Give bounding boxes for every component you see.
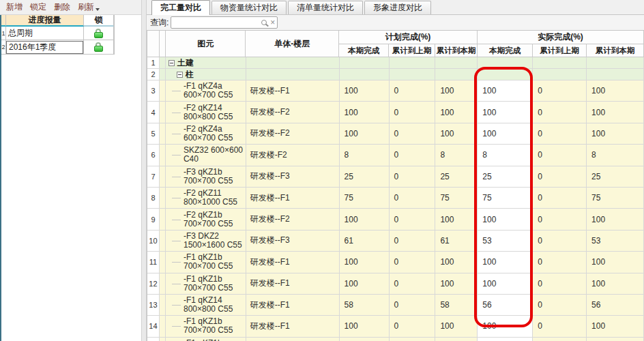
tab-material-quantity[interactable]: 物资量统计对比 bbox=[211, 1, 287, 14]
period-name-edit-field[interactable]: 2016年1季度 bbox=[6, 41, 83, 54]
refresh-button[interactable]: 刷新 bbox=[75, 1, 102, 13]
cell-actual-current[interactable]: 25 bbox=[478, 166, 533, 188]
cell-actual-total: 100 bbox=[587, 209, 644, 230]
table-row[interactable]: 6SKZ32 600×600 C40研发楼-F2808808 bbox=[147, 145, 644, 166]
tree-line bbox=[172, 155, 181, 155]
cell-plan-current bbox=[340, 57, 390, 69]
row-indent-cell bbox=[160, 69, 166, 80]
cell-building: 研发楼--F1 bbox=[246, 338, 340, 341]
cell-actual-prev: 0 bbox=[533, 188, 587, 209]
cell-actual-current[interactable] bbox=[478, 69, 533, 80]
cell-plan-total bbox=[435, 69, 478, 80]
cell-element: -F2 qKZ11 800×1000 C55 bbox=[166, 188, 246, 209]
cell-actual-current[interactable]: 100 bbox=[478, 80, 533, 102]
table-row[interactable]: 14-F1 qKZ1b 700×700 C55研发楼--F11000100100… bbox=[147, 316, 644, 337]
cell-plan-current: 100 bbox=[340, 316, 390, 337]
group-label: 柱 bbox=[186, 69, 194, 80]
unlock-icon[interactable] bbox=[94, 29, 103, 38]
row-indent-cell bbox=[160, 231, 166, 252]
cell-actual-current[interactable]: 53 bbox=[478, 231, 533, 252]
cell-actual-current[interactable]: 100 bbox=[478, 252, 533, 273]
cell-actual-current[interactable]: 8 bbox=[478, 145, 533, 166]
column-header-actual-current[interactable]: 本期完成 bbox=[478, 44, 533, 57]
cell-plan-current bbox=[340, 69, 390, 80]
table-row[interactable]: 8-F2 qKZ11 800×1000 C55研发楼--F17507575075 bbox=[147, 188, 644, 209]
cell-building bbox=[246, 57, 340, 69]
cell-actual-current[interactable]: 100 bbox=[478, 338, 533, 341]
cell-actual-current[interactable]: 100 bbox=[478, 102, 533, 123]
column-header-plan-prev[interactable]: 累计到上期 bbox=[389, 44, 435, 57]
header-row-number bbox=[147, 31, 160, 57]
cell-element: -F2 qKZ14 800×800 C55 bbox=[166, 102, 246, 123]
tree-line bbox=[172, 113, 181, 113]
table-row[interactable]: 7-F3 qKZ1b 700×700 C55研发楼--F32502525025 bbox=[147, 166, 644, 188]
period-name[interactable]: 总周期 bbox=[6, 27, 84, 40]
cell-actual-current[interactable]: 75 bbox=[478, 188, 533, 209]
cell-actual-total: 25 bbox=[587, 166, 644, 188]
row-number: 15 bbox=[147, 338, 160, 341]
new-button[interactable]: 新增 bbox=[3, 1, 25, 13]
cell-actual-current[interactable]: 100 bbox=[478, 123, 533, 145]
cell-plan-current: 100 bbox=[340, 252, 390, 273]
row-number: 1 bbox=[1, 27, 6, 40]
column-header-actual-total[interactable]: 累计到本期 bbox=[587, 44, 644, 57]
cell-actual-current[interactable]: 100 bbox=[478, 316, 533, 337]
table-row[interactable]: 5-F2 qKZ4a 600×700 C55研发楼--F210001001000… bbox=[147, 123, 644, 145]
table-row[interactable]: 3-F1 qKZ4a 600×700 C55研发楼--F110001001000… bbox=[147, 80, 644, 102]
row-number: 11 bbox=[147, 252, 160, 273]
cell-plan-total bbox=[435, 57, 478, 69]
column-header-actual-prev[interactable]: 累计到上期 bbox=[533, 44, 587, 57]
collapse-icon[interactable] bbox=[169, 60, 175, 66]
plan-group: 计划完成(%) 本期完成 累计到上期 累计到本期 bbox=[339, 31, 478, 57]
cell-actual-total: 100 bbox=[587, 273, 644, 295]
column-header-building[interactable]: 单体-楼层 bbox=[246, 31, 339, 57]
table-row[interactable]: 13-F1 qKZ14 800×800 C55研发楼--F15805856056 bbox=[147, 295, 644, 316]
table-row[interactable]: 11-F1 qKZ1b 700×700 C55研发楼--F11000100100… bbox=[147, 252, 644, 273]
tab-visual-progress[interactable]: 形象进度对比 bbox=[364, 1, 431, 14]
table-row[interactable]: 12-F1 qKZ1b 700×700 C55研发楼--F11000100100… bbox=[147, 273, 644, 295]
cell-actual-current[interactable]: 100 bbox=[478, 273, 533, 295]
tree-line bbox=[172, 177, 181, 177]
cell-actual-prev: 0 bbox=[533, 273, 587, 295]
cell-plan-total: 58 bbox=[435, 295, 478, 316]
comparison-table: 图元 单体-楼层 计划完成(%) 本期完成 累计到上期 累计到本期 实际完成(%… bbox=[147, 30, 644, 341]
list-item[interactable]: 2 2016年1季度 bbox=[1, 40, 114, 55]
table-row[interactable]: 2柱 bbox=[147, 69, 644, 80]
lock-button[interactable]: 锁定 bbox=[27, 1, 49, 13]
search-input[interactable] bbox=[173, 18, 261, 27]
row-indent-cell bbox=[160, 273, 166, 295]
clear-search-icon[interactable]: × bbox=[270, 19, 275, 26]
cell-actual-current[interactable]: 56 bbox=[478, 295, 533, 316]
unlock-icon[interactable] bbox=[94, 42, 103, 52]
table-row[interactable]: 1土建 bbox=[147, 57, 644, 69]
panel-splitter[interactable] bbox=[141, 0, 147, 341]
table-row[interactable]: 4-F2 qKZ14 800×800 C55研发楼--F210001001000… bbox=[147, 102, 644, 123]
cell-plan-prev: 0 bbox=[390, 231, 436, 252]
cell-plan-prev: 0 bbox=[390, 145, 436, 166]
table-row[interactable]: 10-F3 DKZ2 1500×1600 C55研发楼--F3610615305… bbox=[147, 231, 644, 252]
element-name: -F1 qKZ14 800×800 C55 bbox=[184, 296, 233, 314]
cell-actual-total: 100 bbox=[587, 123, 644, 145]
cell-actual-prev: 0 bbox=[533, 252, 587, 273]
row-number: 4 bbox=[147, 102, 160, 123]
cell-actual-current[interactable] bbox=[478, 57, 533, 69]
column-header-plan-current[interactable]: 本期完成 bbox=[339, 44, 389, 57]
table-row[interactable]: 9-F2 qKZ1b 700×700 C55研发楼--F210001001000… bbox=[147, 209, 644, 230]
cell-actual-total: 100 bbox=[587, 252, 644, 273]
cell-actual-current[interactable]: 100 bbox=[478, 209, 533, 230]
collapse-icon[interactable] bbox=[177, 72, 183, 78]
lock-column-header: 锁 bbox=[84, 15, 114, 27]
list-item[interactable]: 1 总周期 bbox=[1, 27, 114, 40]
search-icon[interactable] bbox=[261, 20, 267, 25]
tab-list-quantity[interactable]: 清单量统计对比 bbox=[288, 1, 363, 14]
column-header-element[interactable]: 图元 bbox=[166, 31, 246, 57]
table-row[interactable]: 15-F1 qKZ1b 700×700 C55研发楼--F11000100100… bbox=[147, 338, 644, 341]
cell-plan-total: 100 bbox=[435, 252, 478, 273]
toolbar: 新增 锁定 删除 刷新 bbox=[0, 0, 141, 15]
cell-actual-total: 100 bbox=[587, 102, 644, 123]
cell-actual-prev: 0 bbox=[533, 166, 587, 188]
delete-button[interactable]: 删除 bbox=[51, 1, 73, 13]
column-header-plan-total[interactable]: 累计到本期 bbox=[435, 44, 478, 57]
cell-plan-prev: 0 bbox=[390, 123, 436, 145]
tab-completed-quantity[interactable]: 完工量对比 bbox=[151, 0, 210, 15]
